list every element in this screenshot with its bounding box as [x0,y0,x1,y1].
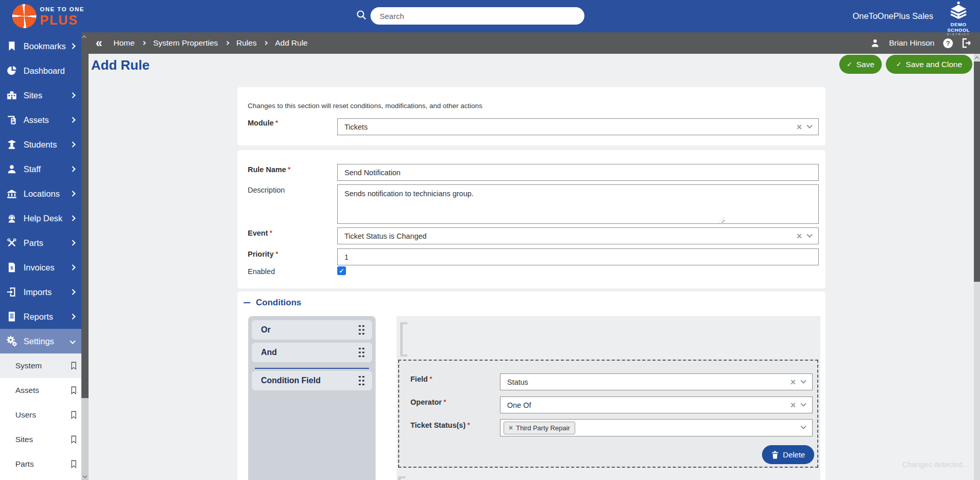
breadcrumb-item-system-properties[interactable]: System Properties [153,38,218,48]
operator-select[interactable]: One Of [500,396,813,413]
ticket-status-label: Ticket Status(s) [410,421,470,429]
sidebar-item-label: Parts [24,238,43,248]
save-and-clone-button[interactable]: ✓ Save and Clone [886,55,972,74]
sidebar-item-reports[interactable]: Reports [0,304,81,329]
breadcrumb-right-cluster: Brian Hinson ? [870,38,973,48]
sidebar-item-help-desk[interactable]: Help Desk [0,206,81,231]
scroll-up-button[interactable] [974,54,980,61]
drag-handle-icon[interactable] [359,348,365,358]
submenu-item-users[interactable]: Users [0,403,81,427]
help-icon[interactable]: ? [943,38,953,48]
chevron-right-icon [70,92,75,98]
district-logo: DEMO SCHOOL DISTRICT [939,1,978,36]
scrollbar-thumb[interactable] [81,41,89,398]
breadcrumb-item-home[interactable]: Home [114,38,135,48]
clear-icon[interactable] [796,232,802,241]
conditions-card: Conditions Or And Condition Field Field [237,291,825,480]
bookmark-outline-icon[interactable] [69,460,78,469]
condition-block[interactable]: Field Status Operator One Of T [398,360,818,468]
collapse-sidebar-icon[interactable]: « [96,37,102,49]
bookmark-icon [6,40,17,52]
sidebar-item-staff[interactable]: Staff [0,157,81,181]
search-input[interactable] [371,7,584,25]
sidebar-item-dashboard[interactable]: Dashboard [0,58,81,83]
bookmark-outline-icon[interactable] [69,435,78,444]
enabled-checkbox[interactable] [337,266,346,275]
sidebar-item-invoices[interactable]: $ Invoices [0,255,81,280]
priority-input[interactable] [337,248,819,265]
conditions-section-header[interactable]: Conditions [244,298,301,308]
sidebar-item-imports[interactable]: Imports [0,280,81,304]
sidebar-item-students[interactable]: Students [0,132,81,157]
graduation-books-icon [948,1,969,22]
reset-note: Changes to this section will reset condi… [248,102,483,110]
chevron-down-icon[interactable] [807,122,812,128]
event-label: Event [248,229,272,237]
submenu-item-system[interactable]: System [0,353,81,378]
palette-chip-and[interactable]: And [252,343,372,362]
module-select[interactable]: Tickets [337,118,819,135]
submenu-item-assets[interactable]: Assets [0,378,81,403]
sidebar-item-parts[interactable]: Parts [0,231,81,255]
remove-tag-icon[interactable] [509,424,513,432]
drag-handle-icon[interactable] [359,376,365,386]
changes-detected-note: Changes detected... [902,461,969,469]
sidebar-item-label: Sites [24,91,42,100]
bookmark-outline-icon[interactable] [69,410,78,420]
sidebar-item-sites[interactable]: Sites [0,83,81,108]
breadcrumb-item-rules[interactable]: Rules [236,38,257,48]
palette-chip-or[interactable]: Or [252,320,372,340]
delete-condition-button[interactable]: Delete [762,445,814,464]
sidebar-item-locations[interactable]: Locations [0,181,81,206]
import-icon [6,286,17,298]
main-content: Add Rule ✓ Save ✓ Save and Clone Changes… [89,54,974,480]
drop-target-bracket [400,322,407,357]
chevron-down-icon[interactable] [800,401,806,406]
sidebar-item-bookmarks[interactable]: Bookmarks [0,34,81,58]
onetoone-logo[interactable]: ONE TO ONE PLUS [40,7,84,27]
scroll-up-button[interactable] [81,32,89,41]
sidebar-item-assets[interactable]: Assets [0,108,81,132]
page-scrollbar[interactable] [974,54,980,480]
scroll-down-button[interactable] [81,471,89,480]
breadcrumb: Home System Properties Rules Add Rule [114,38,308,48]
account-name: OneToOnePlus Sales [853,0,933,32]
ticket-status-multiselect[interactable]: Third Party Repair [500,419,813,436]
clear-icon[interactable] [790,378,796,387]
save-button[interactable]: ✓ Save [839,55,882,74]
drag-handle-icon[interactable] [359,325,365,335]
person-icon [6,163,17,175]
chevron-down-icon[interactable] [807,232,812,237]
bank-icon [6,188,17,199]
priority-label: Priority [248,250,278,258]
description-textarea[interactable]: Sends notification to technicians group. [337,184,819,224]
bookmark-outline-icon[interactable] [69,361,78,370]
sidebar-item-settings[interactable]: Settings [0,329,81,353]
user-name[interactable]: Brian Hinson [889,38,934,48]
chevron-right-icon [225,41,229,45]
event-select[interactable]: Ticket Status is Changed [337,227,819,244]
chevron-right-icon [264,41,268,45]
collapse-icon [244,302,250,304]
bookmark-outline-icon[interactable] [69,386,78,395]
chevron-down-icon[interactable] [800,378,806,383]
clear-icon[interactable] [796,122,802,132]
district-name: DEMO SCHOOL [939,22,978,33]
search-icon[interactable] [355,9,367,21]
top-header: ONE TO ONE PLUS OneToOnePlus Sales DEMO … [0,0,980,32]
sidebar-scrollbar[interactable] [81,32,89,480]
rule-name-input[interactable] [337,164,819,181]
sidebar-item-label: Students [24,140,57,150]
submenu-item-sites[interactable]: Sites [0,427,81,452]
submenu-item-label: Users [15,410,36,420]
logo-line1: ONE TO ONE [40,7,84,13]
submenu-item-parts[interactable]: Parts [0,452,81,476]
field-select[interactable]: Status [500,373,813,390]
scrollbar-thumb[interactable] [974,61,980,282]
chevron-down-icon[interactable] [800,424,806,429]
clear-icon[interactable] [790,401,796,410]
palette-chip-condition-field[interactable]: Condition Field [252,371,372,390]
onetoone-logo-icon[interactable] [12,4,36,28]
logout-icon[interactable] [962,38,973,48]
save-button-label: Save [856,60,874,69]
